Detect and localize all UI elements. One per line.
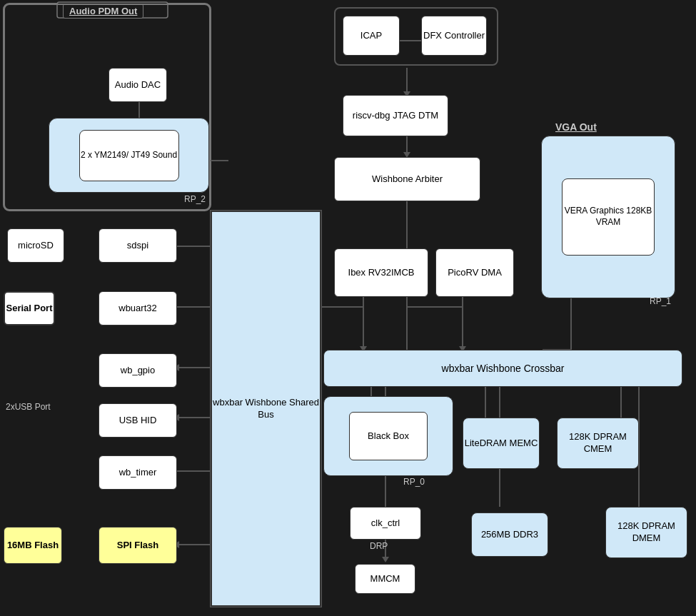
ibex-box: Ibex RV32IMCB: [334, 248, 428, 297]
black-box-inner: Black Box: [349, 412, 428, 460]
vga-label: VGA Out: [555, 121, 597, 133]
wbxbar-label: wbxbar Wishbone Shared Bus: [212, 397, 320, 421]
svg-marker-41: [382, 557, 389, 562]
clk-ctrl-box: clk_ctrl: [350, 507, 421, 540]
wb-gpio-box: wb_gpio: [99, 353, 177, 388]
wbuart32-box: wbuart32: [99, 291, 177, 325]
dpram-cmem-box: 128K DPRAM CMEM: [557, 418, 639, 469]
microsd-box: microSD: [7, 228, 64, 263]
riscv-dbg-box: riscv-dbg JTAG DTM: [343, 95, 448, 136]
drp-label: DRP: [370, 541, 388, 551]
mmcm-box: MMCM: [355, 564, 415, 594]
vera-outer: VERA Graphics 128KB VRAM: [541, 136, 675, 298]
ym2149-outer: 2 x YM2149/ JT49 Sound: [49, 118, 209, 193]
wbxbar-region: wbxbar Wishbone Shared Bus: [211, 211, 321, 607]
usb-hid-box: USB HID: [99, 403, 177, 438]
black-box-outer: Black Box: [323, 396, 453, 476]
ddr3-box: 256MB DDR3: [471, 513, 548, 557]
flash-16mb-box: 16MB Flash: [4, 527, 62, 564]
rp0-label: RP_0: [403, 477, 425, 487]
ym2149-inner: 2 x YM2149/ JT49 Sound: [79, 130, 179, 181]
block-diagram: Audio PDM Out Audio DAC 2 x YM2149/ JT49…: [0, 0, 696, 616]
usb-port-label: 2xUSB Port: [6, 402, 51, 413]
sdspi-box: sdspi: [99, 228, 177, 263]
icap-dfx-group: [334, 7, 498, 66]
serial-port-box: Serial Port: [4, 291, 55, 325]
vera-inner: VERA Graphics 128KB VRAM: [562, 178, 655, 256]
rp2-label: RP_2: [184, 194, 206, 204]
dpram-dmem-box: 128K DPRAM DMEM: [605, 507, 687, 558]
crossbar-box: wbxbar Wishbone Crossbar: [323, 350, 682, 387]
litedram-box: LiteDRAM MEMC: [463, 418, 540, 469]
audio-dac-box: Audio DAC: [109, 68, 167, 102]
rp1-label: RP_1: [650, 296, 671, 306]
wishbone-arbiter-box: Wishbone Arbiter: [334, 157, 480, 201]
picorv-box: PicoRV DMA: [435, 248, 514, 297]
wb-timer-box: wb_timer: [99, 455, 177, 490]
spi-flash-box: SPI Flash: [99, 527, 177, 564]
